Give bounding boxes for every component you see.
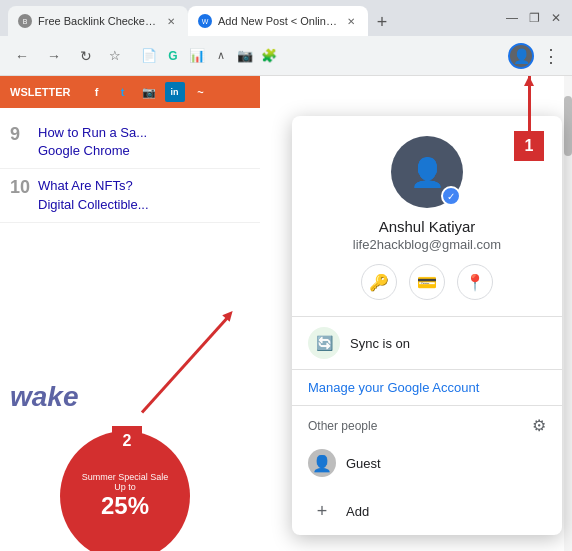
toolbar: ← → ↻ ☆ 📄 G 📊 ∧ 📷 🧩 👤 ⋮ [0,36,572,76]
item-title-9[interactable]: How to Run a Sa...Google Chrome [38,124,147,160]
profile-toolbar-button[interactable]: 👤 [508,43,534,69]
sync-status: Sync is on [350,336,410,351]
add-label: Add [346,504,369,519]
maximize-button[interactable]: ❐ [526,10,542,26]
sale-percent: 25% [101,492,149,520]
sale-section: wake Summer Special Sale Up to 25% [0,371,260,551]
sale-line1: Summer Special Sale [82,472,169,482]
twitter-icon[interactable]: t [113,82,133,102]
sale-line2: Up to [114,482,136,492]
tab2-title: Add New Post < Online... [218,15,338,27]
website-panel: WSLETTER f t 📷 in ~ 9 How to Run a Sa...… [0,76,260,551]
tab2-favicon: W [198,14,212,28]
sync-section: 🔄 Sync is on [292,317,562,370]
linkedin-icon[interactable]: in [165,82,185,102]
gear-icon[interactable]: ⚙ [532,416,546,435]
list-item: 10 What Are NFTs?Digital Collectible... [0,169,260,222]
marker-badge-2: 2 [112,426,142,456]
profile-email: life2hackblog@gmail.com [353,237,501,252]
guest-avatar: 👤 [308,449,336,477]
avatar-icon: 👤 [410,156,445,189]
verified-badge: ✓ [441,186,461,206]
back-button[interactable]: ← [8,42,36,70]
list-item: 9 How to Run a Sa...Google Chrome [0,116,260,169]
forward-icon: → [47,48,61,64]
facebook-icon[interactable]: f [87,82,107,102]
forward-button[interactable]: → [40,42,68,70]
item-number-10: 10 [10,177,30,199]
item-number-9: 9 [10,124,30,146]
tab1-title: Free Backlink Checker b... [38,15,158,27]
marker-badge-1: 1 [514,131,544,161]
key-button[interactable]: 🔑 [361,264,397,300]
profile-actions: 🔑 💳 📍 [361,264,493,300]
add-icon: + [308,497,336,525]
tab1-close[interactable]: ✕ [164,14,178,28]
extension-icons: 📄 G 📊 ∧ 📷 🧩 [138,45,280,67]
article-list: 9 How to Run a Sa...Google Chrome 10 Wha… [0,108,260,231]
instagram-icon[interactable]: 📷 [139,82,159,102]
rss-icon[interactable]: ~ [191,82,211,102]
item-title-10[interactable]: What Are NFTs?Digital Collectible... [38,177,149,213]
other-people-section: Other people ⚙ [292,405,562,439]
newsletter-bar: WSLETTER f t 📷 in ~ [0,76,260,108]
chrome-menu-button[interactable]: ⋮ [538,41,564,71]
star-button[interactable]: ☆ [104,45,126,67]
page-content: WSLETTER f t 📷 in ~ 9 How to Run a Sa...… [0,76,572,551]
guest-item[interactable]: 👤 Guest [292,439,562,487]
profile-name: Anshul Katiyar [379,218,476,235]
tabs-area: B Free Backlink Checker b... ✕ W Add New… [8,0,500,36]
reload-icon: ↻ [80,48,92,64]
marker-2-container: 2 [112,426,142,456]
manage-account-link[interactable]: Manage your Google Account [292,370,562,405]
grammarly-icon[interactable]: G [162,45,184,67]
tab-backlink[interactable]: B Free Backlink Checker b... ✕ [8,6,188,36]
scrollbar[interactable] [564,76,572,551]
new-tab-button[interactable]: + [368,8,396,36]
scrollbar-thumb[interactable] [564,96,572,156]
tab-addpost[interactable]: W Add New Post < Online... ✕ [188,6,368,36]
wake-logo: wake [0,371,260,423]
title-bar: B Free Backlink Checker b... ✕ W Add New… [0,0,572,36]
window-controls: — ❐ ✕ [504,10,564,26]
avatar-container: 👤 ✓ [391,136,463,208]
star-icon: ☆ [109,48,121,63]
sync-icon: 🔄 [308,327,340,359]
guest-label: Guest [346,456,381,471]
marker-1-container: 1 [514,76,544,161]
close-button[interactable]: ✕ [548,10,564,26]
caret-icon[interactable]: ∧ [210,45,232,67]
pdf-icon[interactable]: 📄 [138,45,160,67]
arrow-up-head [524,76,534,86]
back-icon: ← [15,48,29,64]
arrow-up-line [528,76,531,131]
profile-dropdown: 👤 ✓ Anshul Katiyar life2hackblog@gmail.c… [292,116,562,535]
add-account-item[interactable]: + Add [292,487,562,535]
payment-button[interactable]: 💳 [409,264,445,300]
location-button[interactable]: 📍 [457,264,493,300]
social-icons: f t 📷 in ~ [87,82,211,102]
other-people-label: Other people [308,419,377,433]
browser-frame: B Free Backlink Checker b... ✕ W Add New… [0,0,572,551]
newsletter-label: WSLETTER [10,86,71,98]
reload-button[interactable]: ↻ [72,42,100,70]
camera-icon[interactable]: 📷 [234,45,256,67]
tab1-favicon: B [18,14,32,28]
tab2-close[interactable]: ✕ [344,14,358,28]
analytics-icon[interactable]: 📊 [186,45,208,67]
extension-icon[interactable]: 🧩 [258,45,280,67]
profile-avatar-small: 👤 [513,48,530,64]
minimize-button[interactable]: — [504,10,520,26]
